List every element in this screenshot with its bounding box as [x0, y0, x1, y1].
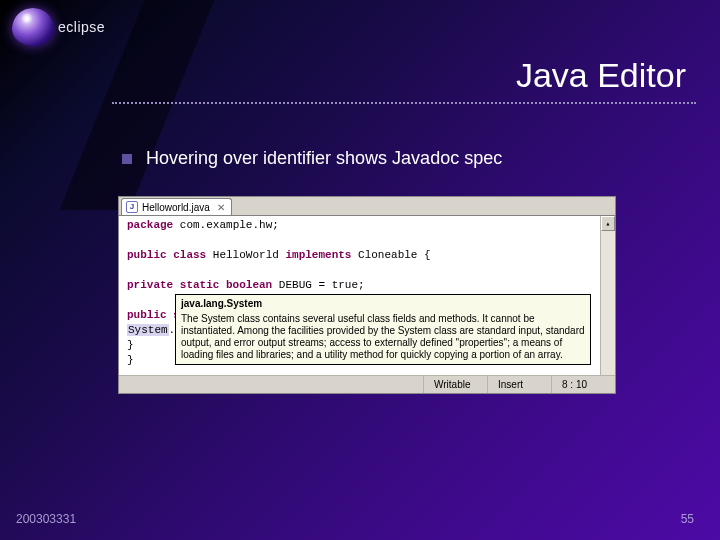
- logo-text: eclipse: [58, 19, 105, 35]
- code-kw: implements: [285, 249, 351, 261]
- status-bar: Writable Insert 8 : 10: [119, 375, 615, 393]
- tooltip-title: java.lang.System: [181, 298, 585, 310]
- bullet-icon: [122, 154, 132, 164]
- code-text: DEBUG = true;: [272, 279, 364, 291]
- bullet-row: Hovering over identifier shows Javadoc s…: [122, 148, 502, 169]
- java-editor-window: J Helloworld.java ✕ ▴ package com.exampl…: [118, 196, 616, 394]
- hover-identifier[interactable]: System: [127, 324, 169, 336]
- slide-title: Java Editor: [516, 56, 686, 95]
- code-text: Cloneable {: [351, 249, 430, 261]
- scrollbar[interactable]: ▴: [600, 216, 615, 375]
- code-kw: private static boolean: [127, 279, 272, 291]
- tab-label: Helloworld.java: [142, 202, 210, 213]
- footer-id: 200303331: [16, 512, 76, 526]
- status-writable: Writable: [423, 376, 487, 393]
- code-kw: public class: [127, 249, 206, 261]
- tooltip-body: The System class contains several useful…: [181, 313, 585, 361]
- javadoc-tooltip: java.lang.System The System class contai…: [175, 294, 591, 365]
- bullet-text: Hovering over identifier shows Javadoc s…: [146, 148, 502, 169]
- editor-tabbar: J Helloworld.java ✕: [119, 197, 615, 215]
- code-text: com.example.hw;: [173, 219, 279, 231]
- page-number: 55: [681, 512, 694, 526]
- java-file-icon: J: [126, 201, 138, 213]
- scroll-up-icon[interactable]: ▴: [601, 216, 615, 231]
- editor-tab[interactable]: J Helloworld.java ✕: [121, 198, 232, 215]
- eclipse-orb-icon: [12, 8, 54, 46]
- code-kw: package: [127, 219, 173, 231]
- editor-body[interactable]: ▴ package com.example.hw; public class H…: [119, 215, 615, 375]
- status-position: 8 : 10: [551, 376, 615, 393]
- divider: [112, 102, 696, 104]
- status-insert: Insert: [487, 376, 551, 393]
- close-icon[interactable]: ✕: [217, 202, 225, 213]
- code-text: HelloWorld: [206, 249, 285, 261]
- eclipse-logo: eclipse: [12, 8, 105, 46]
